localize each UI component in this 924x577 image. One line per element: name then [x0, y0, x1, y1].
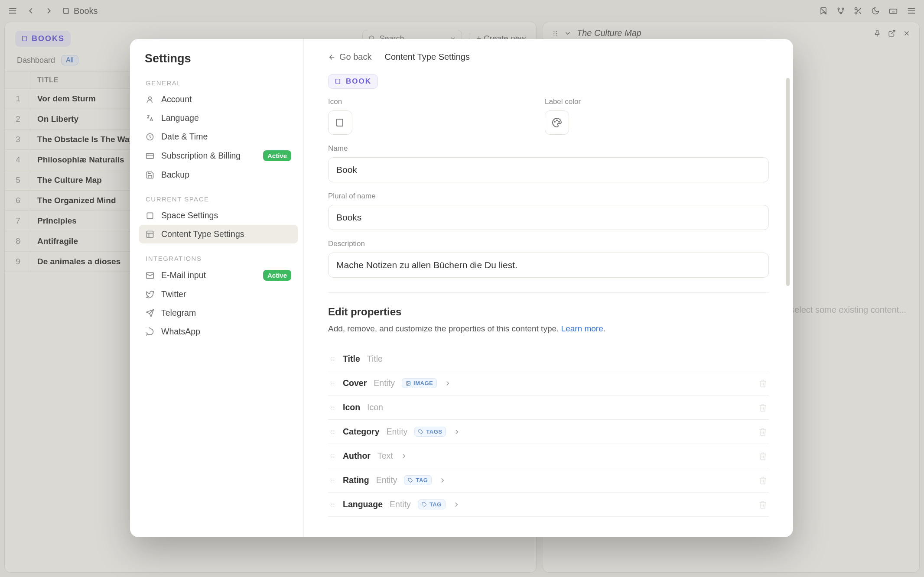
mail-icon: [146, 271, 155, 280]
nav-subscription[interactable]: Subscription & BillingActive: [139, 146, 298, 165]
property-type: Entity: [390, 499, 411, 509]
settings-content: Go back Content Type Settings BOOK Icon …: [303, 39, 793, 537]
nav-telegram[interactable]: Telegram: [139, 304, 298, 322]
svg-point-87: [332, 502, 332, 503]
svg-point-68: [332, 431, 332, 432]
svg-point-62: [332, 407, 332, 408]
property-type: Entity: [376, 475, 397, 485]
svg-point-47: [332, 357, 332, 358]
settings-heading: Settings: [139, 52, 298, 68]
nav-date-time[interactable]: Date & Time: [139, 127, 298, 146]
property-type: Entity: [374, 378, 395, 388]
svg-point-75: [332, 456, 332, 457]
svg-point-61: [332, 405, 332, 406]
settings-sidebar: Settings GENERAL Account Language Date &…: [130, 39, 303, 537]
delete-property-button[interactable]: [758, 500, 767, 509]
svg-point-76: [332, 457, 332, 458]
arrow-left-icon: [328, 53, 336, 61]
drag-handle-icon[interactable]: [330, 477, 336, 483]
plural-input[interactable]: [328, 205, 769, 230]
card-icon: [146, 152, 155, 160]
plural-label: Plural of name: [328, 192, 769, 201]
svg-point-91: [333, 504, 334, 505]
svg-point-44: [554, 121, 555, 122]
svg-point-82: [332, 481, 332, 482]
property-row[interactable]: Category Entity TAGS: [328, 420, 769, 444]
book-icon: [335, 78, 342, 85]
nav-whatsapp[interactable]: WhatsApp: [139, 322, 298, 341]
nav-twitter[interactable]: Twitter: [139, 285, 298, 304]
svg-point-67: [332, 430, 332, 431]
name-label: Name: [328, 144, 769, 153]
twitter-icon: [146, 290, 155, 299]
chevron-right-icon: [453, 428, 461, 436]
section-general: GENERAL: [139, 68, 298, 90]
nav-space-settings[interactable]: Space Settings: [139, 206, 298, 225]
settings-modal: Settings GENERAL Account Language Date &…: [130, 39, 793, 537]
property-name: Category: [343, 427, 380, 437]
delete-property-button[interactable]: [758, 452, 767, 460]
delete-property-button[interactable]: [758, 476, 767, 485]
panel-title: Content Type Settings: [384, 52, 469, 62]
svg-point-83: [333, 478, 334, 479]
property-name: Rating: [343, 475, 369, 485]
square-icon: [146, 211, 155, 220]
svg-rect-37: [147, 231, 153, 237]
drag-handle-icon[interactable]: [330, 380, 336, 386]
scrollbar[interactable]: [786, 78, 791, 530]
nav-account[interactable]: Account: [139, 90, 298, 109]
property-row[interactable]: Cover Entity IMAGE: [328, 371, 769, 395]
color-picker-button[interactable]: [545, 110, 569, 135]
nav-backup[interactable]: Backup: [139, 165, 298, 184]
go-back-button[interactable]: Go back: [328, 52, 371, 62]
icon-picker-button[interactable]: [328, 110, 352, 135]
chevron-right-icon: [444, 379, 452, 387]
property-type: Title: [367, 354, 383, 364]
svg-point-60: [407, 382, 408, 383]
translate-icon: [146, 114, 155, 123]
svg-point-53: [332, 381, 332, 382]
svg-point-45: [556, 120, 557, 121]
svg-point-85: [333, 481, 334, 482]
description-input[interactable]: [328, 253, 769, 278]
svg-point-89: [332, 506, 332, 506]
svg-point-54: [332, 383, 332, 384]
drag-handle-icon[interactable]: [330, 356, 336, 362]
svg-point-56: [333, 381, 334, 382]
nav-language[interactable]: Language: [139, 109, 298, 127]
delete-property-button[interactable]: [758, 403, 767, 412]
drag-handle-icon[interactable]: [330, 429, 336, 435]
drag-handle-icon[interactable]: [330, 502, 336, 508]
svg-point-48: [332, 359, 332, 360]
drag-handle-icon[interactable]: [330, 405, 336, 411]
delete-property-button[interactable]: [758, 428, 767, 436]
property-badge: IMAGE: [402, 378, 437, 388]
description-label: Description: [328, 240, 769, 248]
delete-property-button[interactable]: [758, 379, 767, 388]
property-row[interactable]: Icon Icon: [328, 395, 769, 420]
whatsapp-icon: [146, 327, 155, 336]
save-icon: [146, 171, 155, 179]
drag-handle-icon[interactable]: [330, 453, 336, 459]
svg-point-92: [333, 506, 334, 506]
property-badge: TAG: [404, 475, 432, 485]
property-name: Icon: [343, 402, 360, 412]
property-badge: TAGS: [414, 427, 446, 437]
svg-point-72: [333, 433, 334, 434]
property-row[interactable]: Language Entity TAG: [328, 493, 769, 517]
name-input[interactable]: [328, 157, 769, 182]
label-color-label: Label color: [545, 97, 581, 106]
nav-content-type[interactable]: Content Type Settings: [139, 225, 298, 243]
property-name: Cover: [343, 378, 367, 388]
learn-more-link[interactable]: Learn more: [561, 324, 603, 333]
layout-icon: [146, 230, 155, 239]
property-badge: TAG: [418, 499, 446, 509]
property-row[interactable]: Author Text: [328, 444, 769, 468]
property-row[interactable]: Title Title: [328, 347, 769, 371]
palette-icon: [552, 117, 562, 128]
svg-point-64: [333, 405, 334, 406]
property-name: Author: [343, 451, 371, 461]
nav-email[interactable]: E-Mail inputActive: [139, 266, 298, 285]
svg-point-81: [332, 480, 332, 481]
property-row[interactable]: Rating Entity TAG: [328, 468, 769, 493]
